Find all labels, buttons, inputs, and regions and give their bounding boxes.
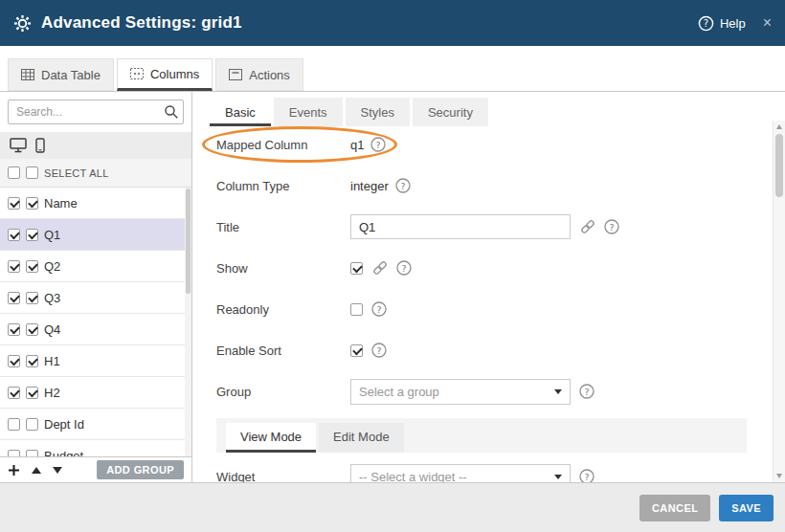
column-detail-panel: Basic Events Styles Security Mapped Colu… (192, 92, 785, 482)
chevron-down-icon (554, 475, 562, 479)
form-scrollbar[interactable] (773, 121, 785, 482)
tab-edit-mode[interactable]: Edit Mode (319, 423, 404, 453)
device-filter-strip (0, 132, 191, 159)
desktop-checkbox[interactable] (8, 323, 20, 336)
list-item[interactable]: Q2 (0, 251, 191, 282)
columns-icon (130, 68, 144, 79)
list-item[interactable]: H1 (0, 345, 191, 377)
select-all-desktop-checkbox[interactable] (8, 166, 20, 179)
basic-settings-form: Mapped Column q1 ? Column Type integer ?… (192, 126, 785, 482)
tab-label: Styles (361, 105, 394, 120)
add-column-icon[interactable] (8, 464, 20, 477)
title-input[interactable] (350, 214, 571, 239)
move-up-icon[interactable] (32, 467, 41, 474)
tab-basic[interactable]: Basic (210, 98, 271, 126)
list-item[interactable]: H2 (0, 377, 191, 409)
question-icon[interactable]: ? (395, 178, 411, 193)
svg-text:?: ? (400, 181, 405, 191)
readonly-checkbox[interactable] (350, 303, 363, 316)
column-label: Budget (44, 449, 83, 457)
list-item[interactable]: Q1 (0, 219, 191, 251)
select-all-row[interactable]: SELECT ALL (0, 159, 191, 188)
link-icon[interactable] (579, 218, 596, 235)
mobile-checkbox[interactable] (26, 450, 38, 457)
widget-label: Widget (216, 470, 350, 483)
question-icon[interactable]: ? (371, 343, 387, 358)
list-scrollbar[interactable] (185, 188, 191, 456)
desktop-checkbox[interactable] (8, 450, 20, 457)
column-label: Name (44, 196, 78, 211)
list-item[interactable]: Name (0, 188, 191, 219)
mobile-checkbox[interactable] (26, 418, 38, 431)
link-icon[interactable] (371, 259, 389, 277)
select-all-mobile-checkbox[interactable] (26, 166, 38, 179)
column-label: Q1 (44, 228, 60, 242)
mobile-checkbox[interactable] (26, 292, 38, 304)
tab-data-table[interactable]: Data Table (8, 58, 114, 91)
tab-label: Basic (225, 105, 256, 120)
save-button[interactable]: SAVE (719, 495, 774, 521)
widget-select-value: -- Select a widget -- (359, 470, 467, 483)
desktop-checkbox[interactable] (8, 292, 20, 304)
add-group-button[interactable]: ADD GROUP (97, 460, 184, 479)
mobile-checkbox[interactable] (26, 355, 38, 367)
tab-label: Data Table (41, 68, 101, 82)
group-select[interactable]: Select a group (350, 379, 571, 405)
list-item[interactable]: Q3 (0, 282, 191, 314)
question-icon[interactable]: ? (396, 260, 412, 276)
enable-sort-checkbox[interactable] (350, 344, 363, 357)
desktop-checkbox[interactable] (8, 355, 20, 367)
tab-label: Actions (249, 68, 290, 82)
close-icon[interactable]: × (763, 15, 772, 31)
mobile-checkbox[interactable] (26, 387, 38, 399)
mobile-checkbox[interactable] (26, 229, 38, 241)
tab-security[interactable]: Security (413, 98, 488, 126)
desktop-checkbox[interactable] (8, 229, 20, 241)
desktop-checkbox[interactable] (8, 418, 20, 431)
cancel-button[interactable]: CANCEL (639, 495, 710, 521)
question-icon[interactable]: ? (370, 137, 386, 152)
tab-actions[interactable]: Actions (215, 58, 303, 91)
question-icon[interactable]: ? (371, 301, 387, 317)
widget-select[interactable]: -- Select a widget -- (350, 464, 571, 483)
tab-styles[interactable]: Styles (346, 98, 410, 126)
question-icon[interactable]: ? (579, 469, 594, 482)
move-down-icon[interactable] (53, 467, 62, 474)
tab-label: View Mode (240, 430, 302, 444)
form-scrollbar-thumb[interactable] (775, 134, 783, 197)
dialog-footer: CANCEL SAVE (0, 483, 785, 532)
list-item[interactable]: Dept Id (0, 409, 191, 440)
list-scrollbar-thumb[interactable] (186, 188, 191, 294)
search-input[interactable] (8, 100, 184, 124)
column-label: H1 (44, 354, 60, 368)
list-item[interactable]: Budget (0, 440, 191, 456)
desktop-checkbox[interactable] (8, 387, 20, 399)
mobile-checkbox[interactable] (26, 323, 38, 336)
chevron-down-icon (554, 389, 562, 394)
desktop-checkbox[interactable] (8, 197, 20, 210)
tab-columns[interactable]: Columns (117, 58, 213, 91)
mobile-checkbox[interactable] (26, 260, 38, 273)
group-row: Group Select a group ? (216, 377, 747, 406)
desktop-icon[interactable] (10, 138, 27, 153)
question-icon[interactable]: ? (604, 219, 619, 234)
tab-label: Events (289, 105, 327, 120)
list-item[interactable]: Q4 (0, 314, 191, 345)
show-checkbox[interactable] (350, 262, 363, 275)
help-button[interactable]: ? Help (698, 15, 746, 32)
desktop-checkbox[interactable] (8, 260, 20, 273)
tab-view-mode[interactable]: View Mode (226, 423, 316, 453)
mobile-checkbox[interactable] (26, 197, 38, 210)
tab-events[interactable]: Events (274, 98, 343, 126)
column-type-label: Column Type (216, 179, 350, 193)
tab-label: Columns (150, 67, 199, 81)
gear-icon (13, 14, 32, 33)
scroll-up-icon[interactable] (776, 124, 782, 129)
actions-icon (229, 69, 242, 80)
question-icon[interactable]: ? (579, 384, 594, 399)
mobile-icon[interactable] (35, 138, 45, 153)
title-row: Title ? (216, 212, 747, 241)
scroll-down-icon[interactable] (776, 474, 782, 478)
select-all-label: SELECT ALL (44, 167, 109, 179)
search-icon[interactable] (164, 104, 179, 123)
